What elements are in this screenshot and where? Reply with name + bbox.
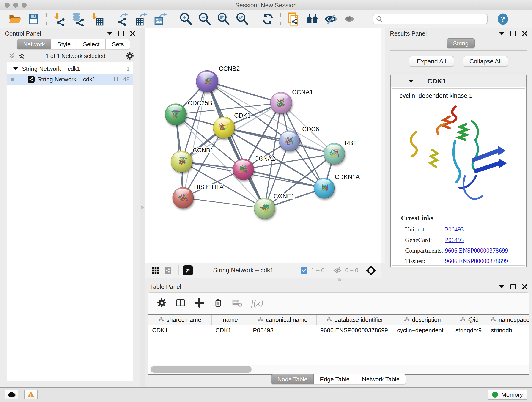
- node-ccne1[interactable]: [254, 198, 275, 219]
- import-table-icon[interactable]: [90, 12, 104, 26]
- float-panel-icon[interactable]: [119, 31, 124, 36]
- node-cdc25b[interactable]: [165, 104, 186, 125]
- table-cell[interactable]: CDK1: [148, 325, 212, 335]
- node-hist1h1a[interactable]: [172, 187, 194, 208]
- table-horizontal-scrollbar[interactable]: [149, 365, 529, 374]
- table-cell[interactable]: stringdb:9...: [452, 325, 487, 335]
- show-columns-icon[interactable]: [176, 298, 186, 308]
- birdseye-view-icon[interactable]: [183, 265, 193, 275]
- close-panel-icon[interactable]: [130, 31, 135, 36]
- import-network-icon[interactable]: [52, 12, 66, 26]
- tab-network[interactable]: Network: [17, 39, 51, 49]
- refresh-icon[interactable]: [261, 12, 275, 26]
- export-table-icon[interactable]: [134, 12, 148, 26]
- help-icon[interactable]: ?: [496, 12, 510, 26]
- crosslink-link[interactable]: 9606.ENSP00000378699: [445, 247, 508, 254]
- table-cell[interactable]: cyclin–dependent ...: [393, 325, 452, 335]
- panel-menu-icon[interactable]: [499, 285, 505, 288]
- grid-view-icon[interactable]: [152, 267, 159, 274]
- scrollbar-thumb[interactable]: [151, 366, 252, 373]
- delete-column-icon[interactable]: [213, 298, 223, 308]
- column-header-database-identifier[interactable]: database identifier: [317, 315, 393, 325]
- zoom-fit-icon[interactable]: [216, 12, 230, 26]
- float-panel-icon[interactable]: [510, 31, 516, 36]
- zoom-selected-icon[interactable]: [235, 12, 249, 26]
- edge-hist1h1a-ccne1[interactable]: [183, 198, 265, 208]
- tab-network-table[interactable]: Network Table: [356, 374, 406, 384]
- close-panel-icon[interactable]: [522, 284, 527, 289]
- panel-menu-icon[interactable]: [499, 32, 505, 35]
- memory-button[interactable]: Memory: [488, 390, 527, 400]
- crosslink-link[interactable]: 9606.ENSP00000378699: [445, 258, 508, 265]
- column-header-shared-name[interactable]: shared name: [148, 315, 212, 325]
- add-column-icon[interactable]: [194, 298, 204, 308]
- node-rb1[interactable]: [324, 143, 345, 164]
- node-ccna2[interactable]: [233, 159, 254, 180]
- tab-style[interactable]: Style: [51, 39, 77, 49]
- table-row[interactable]: CDK1CDK1P064939606.ENSP00000378699cyclin…: [148, 325, 529, 335]
- float-panel-icon[interactable]: [510, 284, 516, 289]
- show-all-icon[interactable]: [343, 12, 357, 26]
- column-header-description[interactable]: description: [393, 315, 452, 325]
- clone-network-icon[interactable]: [286, 12, 301, 26]
- pan-navigator-icon[interactable]: [366, 265, 376, 275]
- save-session-icon[interactable]: [27, 12, 41, 26]
- open-session-icon[interactable]: [8, 12, 22, 26]
- horizontal-splitter-handle[interactable]: [338, 278, 341, 281]
- zoom-in-icon[interactable]: [179, 12, 193, 26]
- table-cell[interactable]: CDK1: [212, 325, 249, 335]
- close-panel-icon[interactable]: [522, 31, 527, 36]
- node-ccna1[interactable]: [270, 92, 292, 114]
- export-network-icon[interactable]: [115, 12, 130, 26]
- crosslink-link[interactable]: P06493: [445, 236, 464, 244]
- collapse-all-icon[interactable]: [8, 52, 15, 59]
- crosslink-link[interactable]: P06493: [445, 226, 464, 233]
- export-image-icon[interactable]: [153, 12, 167, 26]
- collapse-entry-icon[interactable]: [409, 80, 413, 83]
- table-cell[interactable]: stringdb: [487, 325, 529, 335]
- column-header-canonical-name[interactable]: canonical name: [249, 315, 317, 325]
- node-ccnb1[interactable]: [171, 151, 192, 172]
- network-canvas[interactable]: CCNB2CDC25BCDK1CCNA1CDC6RB1CCNB1CCNA2CDK…: [145, 28, 381, 263]
- function-builder-icon: f(x): [251, 298, 263, 308]
- tab-select[interactable]: Select: [77, 39, 106, 49]
- string-view-icon[interactable]: [165, 267, 171, 274]
- node-cdc6[interactable]: [279, 131, 300, 151]
- gear-icon[interactable]: [126, 52, 134, 60]
- first-neighbors-icon[interactable]: [305, 12, 319, 26]
- cloud-button[interactable]: [5, 390, 18, 399]
- tab-edge-table[interactable]: Edge Table: [314, 374, 356, 384]
- panel-menu-icon[interactable]: [107, 32, 113, 35]
- column-header-namespace[interactable]: namespace: [487, 315, 529, 325]
- search-input[interactable]: [383, 16, 484, 22]
- crosslinks-section: CrossLinks Uniprot:P06493GeneCard:P06493…: [401, 214, 508, 268]
- warnings-button[interactable]: [24, 390, 38, 399]
- node-entry-header[interactable]: CDK1: [391, 75, 526, 87]
- node-ccnb2[interactable]: [196, 70, 218, 92]
- network-collection-row[interactable]: String Network – cdk1 1: [7, 64, 133, 74]
- table-cell[interactable]: P06493: [249, 325, 317, 335]
- expand-all-icon[interactable]: [18, 52, 25, 59]
- tab-sets[interactable]: Sets: [106, 39, 130, 49]
- network-row-selected[interactable]: String Network – cdk1 11 48: [7, 74, 133, 85]
- import-network-from-database-icon[interactable]: [71, 12, 85, 26]
- edge-ccnb2-hist1h1a[interactable]: [183, 81, 207, 198]
- collapse-all-button[interactable]: Collapse All: [463, 56, 508, 67]
- column-header--id[interactable]: @id: [452, 315, 487, 325]
- canvas-scrollbar[interactable]: [381, 28, 385, 263]
- table-cell[interactable]: 9606.ENSP00000378699: [317, 325, 393, 335]
- table-settings-gear-icon[interactable]: [157, 298, 167, 308]
- tab-node-table[interactable]: Node Table: [271, 374, 314, 384]
- left-splitter-handle[interactable]: [141, 206, 144, 209]
- node-cdk1[interactable]: [213, 117, 234, 138]
- column-header-name[interactable]: name: [212, 315, 249, 325]
- node-cdkn1a[interactable]: [314, 178, 335, 198]
- edge-ccnb2-ccna1[interactable]: [207, 81, 281, 103]
- zoom-out-icon[interactable]: [197, 12, 212, 26]
- collapse-collection-icon[interactable]: [13, 67, 18, 70]
- hide-selected-icon[interactable]: [324, 12, 338, 26]
- expand-all-button[interactable]: Expand All: [409, 56, 454, 67]
- protein-structure-image: [399, 103, 522, 207]
- tab-string[interactable]: String: [447, 38, 475, 48]
- selected-checkbox[interactable]: [301, 267, 307, 274]
